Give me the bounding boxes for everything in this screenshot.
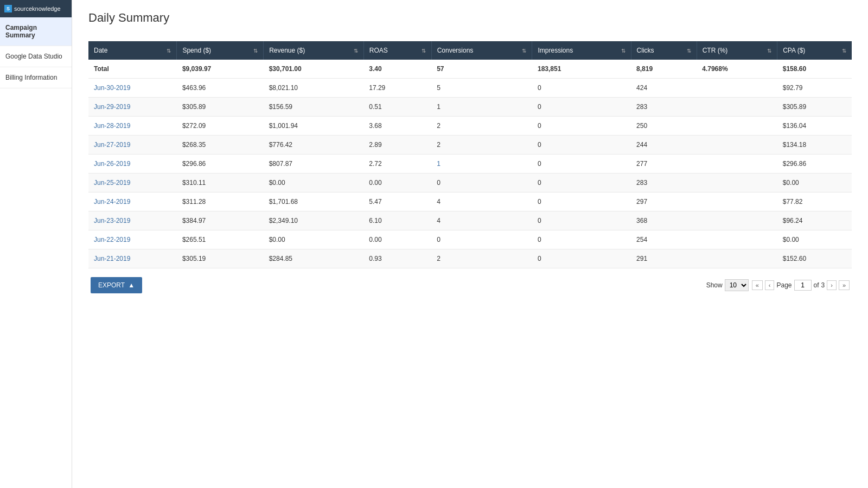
prev-page-button[interactable]: ‹: [765, 280, 775, 290]
cell-roas: 0.00: [363, 174, 431, 192]
col-header-revenue[interactable]: Revenue ($) ⇅: [264, 41, 364, 60]
cell-cpa: $77.82: [777, 192, 852, 211]
cell-date: Jun-29-2019: [88, 98, 177, 117]
col-header-date[interactable]: Date ⇅: [88, 41, 177, 60]
cell-spend: $268.35: [177, 136, 264, 155]
cell-spend: $310.11: [177, 174, 264, 192]
cell-conversions: 1: [431, 98, 532, 117]
first-page-button[interactable]: «: [752, 280, 763, 290]
cell-roas: 0.00: [363, 230, 431, 249]
pagination: Show 10 25 50 « ‹ Page of 3 › »: [706, 279, 850, 291]
cell-ctr: [697, 230, 777, 249]
col-header-conversions[interactable]: Conversions ⇅: [431, 41, 532, 60]
cell-clicks: 250: [631, 117, 697, 136]
cell-impressions: 0: [532, 79, 631, 98]
sidebar-header: S sourceknowledge: [0, 0, 72, 17]
cell-roas: 5.47: [363, 192, 431, 211]
cell-revenue: $1,701.68: [264, 192, 364, 211]
cell-revenue: $0.00: [264, 174, 364, 192]
cell-conversions: 4: [431, 211, 532, 230]
table-total-row: Total $9,039.97 $30,701.00 3.40 57 183,8…: [88, 60, 852, 79]
table-row: Jun-25-2019 $310.11 $0.00 0.00 0 0 283 $…: [88, 174, 852, 192]
cell-roas: 6.10: [363, 211, 431, 230]
sidebar-item-billing-information[interactable]: Billing Information: [0, 67, 72, 88]
table-row: Jun-26-2019 $296.86 $807.87 2.72 1 0 277…: [88, 155, 852, 174]
total-impressions: 183,851: [532, 60, 631, 79]
total-cpa: $158.60: [777, 60, 852, 79]
page-size-select[interactable]: 10 25 50: [725, 279, 749, 291]
cell-conversions: 2: [431, 117, 532, 136]
last-page-button[interactable]: »: [839, 280, 850, 290]
cell-spend: $384.97: [177, 211, 264, 230]
cell-date: Jun-30-2019: [88, 79, 177, 98]
cell-conversions: 0: [431, 230, 532, 249]
cell-revenue: $284.85: [264, 249, 364, 268]
cell-spend: $272.09: [177, 117, 264, 136]
cell-impressions: 0: [532, 136, 631, 155]
export-dropdown-icon: ▲: [128, 281, 135, 289]
cell-spend: $305.89: [177, 98, 264, 117]
cell-clicks: 277: [631, 155, 697, 174]
col-header-roas[interactable]: ROAS ⇅: [363, 41, 431, 60]
cell-date: Jun-27-2019: [88, 136, 177, 155]
page-label: Page: [776, 281, 792, 289]
cell-impressions: 0: [532, 230, 631, 249]
sidebar-item-google-data-studio[interactable]: Google Data Studio: [0, 46, 72, 67]
cell-ctr: [697, 174, 777, 192]
cell-spend: $305.19: [177, 249, 264, 268]
cell-ctr: [697, 155, 777, 174]
cell-date: Jun-25-2019: [88, 174, 177, 192]
col-header-clicks[interactable]: Clicks ⇅: [631, 41, 697, 60]
total-roas: 3.40: [363, 60, 431, 79]
cell-impressions: 0: [532, 249, 631, 268]
table-row: Jun-27-2019 $268.35 $776.42 2.89 2 0 244…: [88, 136, 852, 155]
cell-revenue: $8,021.10: [264, 79, 364, 98]
cell-spend: $463.96: [177, 79, 264, 98]
sort-icon-cpa: ⇅: [842, 48, 846, 54]
cell-ctr: [697, 117, 777, 136]
page-number-input[interactable]: [794, 280, 812, 291]
table-row: Jun-30-2019 $463.96 $8,021.10 17.29 5 0 …: [88, 79, 852, 98]
cell-revenue: $2,349.10: [264, 211, 364, 230]
cell-ctr: [697, 98, 777, 117]
col-header-impressions[interactable]: Impressions ⇅: [532, 41, 631, 60]
cell-conversions: 2: [431, 136, 532, 155]
cell-cpa: $305.89: [777, 98, 852, 117]
sort-icon-conversions: ⇅: [522, 48, 526, 54]
cell-impressions: 0: [532, 174, 631, 192]
next-page-button[interactable]: ›: [827, 280, 837, 290]
cell-spend: $296.86: [177, 155, 264, 174]
sort-icon-roas: ⇅: [422, 48, 426, 54]
cell-conversions: 1: [431, 155, 532, 174]
cell-impressions: 0: [532, 155, 631, 174]
of-label: of: [814, 281, 819, 289]
cell-ctr: [697, 211, 777, 230]
cell-date: Jun-21-2019: [88, 249, 177, 268]
table-row: Jun-28-2019 $272.09 $1,001.94 3.68 2 0 2…: [88, 117, 852, 136]
cell-roas: 17.29: [363, 79, 431, 98]
cell-spend: $311.28: [177, 192, 264, 211]
pagination-controls: « ‹ Page of 3 › »: [752, 280, 850, 291]
logo: S sourceknowledge: [4, 5, 61, 12]
cell-clicks: 424: [631, 79, 697, 98]
sort-icon-impressions: ⇅: [621, 48, 626, 54]
sort-icon-clicks: ⇅: [687, 48, 691, 54]
cell-clicks: 254: [631, 230, 697, 249]
cell-clicks: 297: [631, 192, 697, 211]
cell-cpa: $96.24: [777, 211, 852, 230]
col-header-ctr[interactable]: CTR (%) ⇅: [697, 41, 777, 60]
col-header-spend[interactable]: Spend ($) ⇅: [177, 41, 264, 60]
total-conversions: 57: [431, 60, 532, 79]
col-header-cpa[interactable]: CPA ($) ⇅: [777, 41, 852, 60]
cell-ctr: [697, 136, 777, 155]
cell-conversions: 2: [431, 249, 532, 268]
cell-clicks: 283: [631, 98, 697, 117]
export-button[interactable]: EXPORT ▲: [91, 277, 142, 293]
total-revenue: $30,701.00: [264, 60, 364, 79]
cell-cpa: $152.60: [777, 249, 852, 268]
cell-cpa: $136.04: [777, 117, 852, 136]
table-footer: EXPORT ▲ Show 10 25 50 « ‹ Page of 3 › »: [88, 277, 852, 293]
cell-revenue: $776.42: [264, 136, 364, 155]
cell-clicks: 283: [631, 174, 697, 192]
sidebar-item-campaign-summary[interactable]: Campaign Summary: [0, 17, 72, 46]
